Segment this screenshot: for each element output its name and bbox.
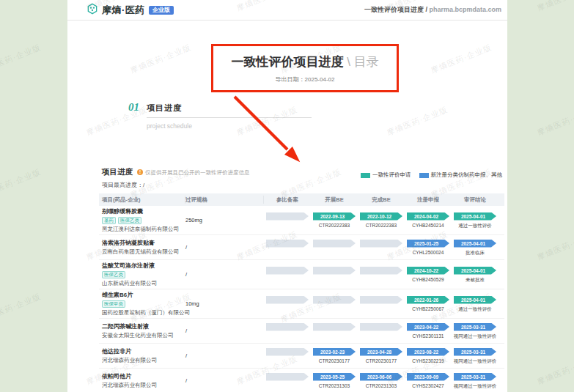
moxi-logo-icon: [87, 3, 98, 18]
step-code: [287, 306, 288, 312]
step-code: CYHS2302219: [412, 358, 444, 364]
watermark-text: 摩熵医药·企业版: [535, 0, 574, 14]
info-icon: !: [137, 169, 143, 175]
table-row: 他达拉非片河北瑞森药业有限公司/ 2023-02-23CTR2023017720…: [99, 344, 504, 369]
step-code: 通过一致性评价: [458, 223, 492, 229]
drug-info-cell: 二羟丙茶碱注射液安徽金太阳生化药业有限公司: [102, 323, 185, 339]
progress-step: [358, 240, 405, 256]
company-name: 安徽金太阳生化药业有限公司: [102, 332, 185, 339]
table-row: 别嘌醇缓释胶囊基药医保乙类黑龙江澳利达奈德制药有限公司250mg 2022-09…: [99, 206, 504, 235]
step-code: 视同通过一致性评价: [454, 358, 497, 364]
spec-value: /: [185, 244, 264, 251]
blue-swatch-icon: [419, 173, 429, 178]
step-code: [334, 250, 335, 256]
step-code: CTR20222383: [366, 223, 397, 229]
legend: 一致性评价申请 新注册分类仿制药申报、其他: [361, 171, 502, 179]
table-header-row: 项目(药品-企业) 过评规格 参比备案 开展BE 完成BE 注册申报 审评结论: [99, 193, 504, 206]
progress-step: 2025-04-01通过一致性评价: [452, 212, 498, 229]
page-title: 一致性评价项目进度: [231, 55, 343, 69]
step-code: [334, 306, 335, 312]
drug-name[interactable]: 他达拉非片: [102, 348, 185, 355]
step-date: 2025-04-01: [454, 240, 496, 248]
step-code: CTR20222383: [319, 223, 350, 229]
step-code: 通过一致性评价: [458, 306, 492, 312]
drug-name[interactable]: 维生素B6片: [102, 292, 185, 299]
spec-value: 250mg: [185, 217, 264, 223]
progress-step: [311, 267, 358, 283]
progress-step: 2023-06-06CTR20231303: [358, 373, 405, 389]
milestone-chevron: 2025-04-01: [454, 267, 496, 275]
step-code: [287, 358, 288, 364]
empty-chevron: [360, 267, 402, 275]
site-url: pharma.bcpmdata.com: [429, 6, 501, 13]
step-date: 2025-03-31: [454, 348, 496, 356]
page-subtitle: \ 目录: [347, 55, 378, 69]
drug-info-cell: 洛索洛芬钠凝胶贴膏云南白药集团无锡药业有限公司: [102, 240, 185, 256]
step-date: 2025-03-31: [454, 323, 496, 331]
milestone-chevron: 2025-04-01: [454, 212, 496, 221]
brand-logo[interactable]: 摩熵·医药 企业版: [87, 3, 174, 18]
milestone-chevron: 2022-01-26: [407, 296, 449, 304]
empty-chevron: [313, 323, 356, 331]
progress-step: 2024-04-02CYHB2450214: [405, 212, 452, 229]
drug-info-cell: 别嘌醇缓释胶囊基药医保乙类黑龙江澳利达奈德制药有限公司: [102, 208, 185, 233]
step-date: 2023-08-22: [407, 348, 449, 356]
table-body: 别嘌醇缓释胶囊基药医保乙类黑龙江澳利达奈德制药有限公司250mg 2022-09…: [67, 206, 507, 392]
drug-name[interactable]: 别嘌醇缓释胶囊: [102, 208, 185, 215]
teal-swatch-icon: [361, 173, 370, 178]
col-reference: 参比备案: [264, 196, 311, 204]
legend-item-consistency: 一致性评价申请: [361, 171, 411, 179]
milestone-chevron: 2023-02-23: [313, 348, 356, 356]
drug-name[interactable]: 二羟丙茶碱注射液: [102, 323, 185, 330]
step-code: [380, 333, 382, 339]
brand-name: 摩熵·医药: [102, 4, 145, 17]
step-date: 2024-04-02: [407, 212, 449, 221]
step-code: [334, 333, 335, 339]
step-code: 未被批准: [466, 277, 485, 283]
max-progress-line: 项目最高进度：/: [102, 181, 507, 189]
max-progress-label: 项目最高进度：: [102, 182, 143, 188]
company-name: 国药控股星鲨制药（厦门）有限公司: [102, 309, 185, 317]
drug-tag: 医保甲类: [102, 300, 125, 308]
drug-tag: 医保乙类: [118, 217, 141, 224]
step-date: 2025-03-31: [454, 373, 496, 381]
top-header-bar: 摩熵·医药 企业版 一致性评价项目进度 / pharma.bcpmdata.co…: [67, 0, 507, 21]
progress-step: [311, 240, 358, 256]
progress-step: 2022-09-13CTR20222383: [311, 212, 358, 229]
milestone-chevron: 2023-05-25: [313, 373, 356, 381]
progress-step: 2025-04-01通过一致性评价: [452, 296, 498, 312]
step-code: CYHS2302427: [412, 383, 444, 389]
milestone-chevron: 2024-04-02: [407, 212, 449, 221]
col-be-start: 开展BE: [311, 196, 358, 204]
step-code: CTR20231303: [319, 383, 350, 389]
spec-value: /: [185, 352, 264, 359]
col-spec: 过评规格: [185, 196, 264, 204]
empty-chevron: [313, 296, 356, 304]
drug-name[interactable]: 依帕司他片: [102, 373, 185, 380]
step-code: CYHB2450214: [412, 223, 444, 229]
drug-info-cell: 盐酸艾司洛尔注射液医保乙类山东新成药业有限公司: [102, 262, 185, 287]
step-code: [287, 277, 288, 283]
watermark-text: 摩熵医药·企业版: [535, 353, 574, 388]
progress-step: [358, 323, 405, 339]
watermark-text: 摩熵医药·企业版: [0, 291, 43, 325]
step-date: 2025-04-01: [454, 296, 496, 304]
progress-step: 2023-04-22CYHS2301131: [405, 323, 452, 339]
header-breadcrumb: 一致性评价项目进度 / pharma.bcpmdata.com: [364, 5, 501, 15]
empty-chevron: [266, 212, 309, 221]
milestone-chevron: 2025-03-31: [454, 323, 496, 331]
drug-info-cell: 他达拉非片河北瑞森药业有限公司: [102, 348, 185, 364]
drug-tag: 医保乙类: [102, 271, 125, 278]
drug-name[interactable]: 洛索洛芬钠凝胶贴膏: [102, 240, 185, 247]
drug-tag: 基药: [102, 217, 116, 224]
step-code: CTR20230177: [366, 358, 397, 364]
progress-step: [264, 267, 311, 283]
step-code: 批准临床: [466, 250, 485, 256]
milestone-chevron: 2023-08-22: [407, 348, 449, 356]
milestone-chevron: 2022-09-13: [313, 212, 356, 221]
drug-name[interactable]: 盐酸艾司洛尔注射液: [102, 262, 185, 270]
empty-chevron: [360, 296, 402, 304]
watermark-text: 摩熵医药·企业版: [0, 166, 43, 201]
progress-step: [358, 296, 405, 312]
progress-step: [311, 296, 358, 312]
